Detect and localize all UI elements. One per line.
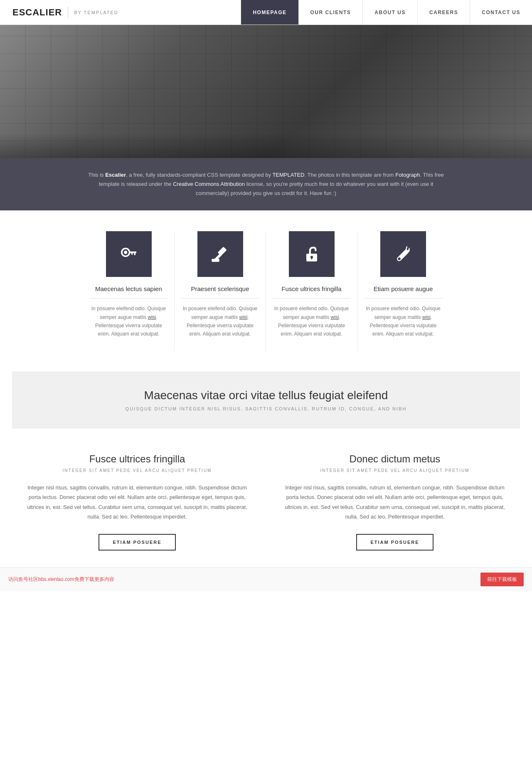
- col1-desc: Integer nisl risus, sagittis convallis, …: [21, 483, 254, 522]
- banner-title: Maecenas vitae orci vitae tellus feugiat…: [21, 389, 511, 402]
- svg-rect-2: [129, 252, 136, 253]
- feature-gavel-icon-box: [197, 231, 243, 277]
- feature-key-icon-box: [106, 231, 152, 277]
- intro-link-cc[interactable]: Creative Commons Attribution: [173, 181, 245, 187]
- brand-title: ESCALIER: [12, 7, 62, 18]
- col1-sub: INTEGER SIT AMET PEDE VEL ARCU ALIQUET P…: [63, 468, 212, 473]
- col2-desc: Integer nisl risus, sagittis convallis, …: [278, 483, 511, 522]
- col2-sub: INTEGER SIT AMET PEDE VEL ARCU ALIQUET P…: [320, 468, 470, 473]
- svg-rect-4: [131, 253, 133, 255]
- gavel-icon: [209, 243, 231, 265]
- footer-dl-button[interactable]: 前往下载模板: [480, 573, 524, 586]
- navbar: ESCALIER BY TEMPLATED HOMEPAGE OUR CLIEN…: [0, 0, 532, 25]
- svg-rect-10: [311, 257, 312, 259]
- banner-sub: QUISQUE DICTUM INTEGER NISL RISUS, SAGIT…: [21, 406, 511, 411]
- feature-lock-icon-box: [289, 231, 335, 277]
- feature-key-desc: In posuere eleifend odio. Quisque semper…: [89, 304, 168, 338]
- feature-gavel: Praesent scelerisque In posuere eleifend…: [175, 231, 266, 351]
- feature-lock-desc: In posuere eleifend odio. Quisque semper…: [272, 304, 351, 338]
- brand-sub: BY TEMPLATED: [74, 10, 118, 15]
- footer-watermark: 访问鱼号社区bbs.xienlao.com免费下载更多内容: [8, 576, 114, 583]
- col1-btn[interactable]: ETIAM POSUERE: [99, 534, 175, 551]
- col2-title: Donec dictum metus: [350, 453, 441, 465]
- intro-section: This is Escalier, a free, fully standard…: [0, 158, 532, 210]
- feature-gavel-desc: In posuere eleifend odio. Quisque semper…: [181, 304, 259, 338]
- intro-text: This is Escalier, a free, fully standard…: [83, 170, 449, 198]
- col-left: Fusce ultrices fringilla INTEGER SIT AME…: [21, 453, 254, 551]
- intro-link-fotograph[interactable]: Fotograph: [395, 172, 420, 178]
- lock-icon: [301, 243, 323, 265]
- intro-brand: Escalier: [105, 172, 126, 178]
- feature-wrench-desc: In posuere eleifend odio. Quisque semper…: [364, 304, 443, 338]
- brand: ESCALIER BY TEMPLATED: [0, 0, 131, 25]
- hero-section: [0, 25, 532, 158]
- brand-divider: [68, 7, 68, 18]
- feature-wrench-title: Etiam posuere augue: [364, 285, 443, 299]
- hero-background: [0, 25, 532, 158]
- wrench-icon: [392, 243, 414, 265]
- nav-homepage[interactable]: HOMEPAGE: [241, 0, 298, 25]
- feature-key: Maecenas lectus sapien In posuere eleife…: [83, 231, 175, 351]
- svg-point-11: [398, 258, 401, 260]
- svg-rect-3: [134, 253, 135, 255]
- feature-lock-title: Fusce ultrices fringilla: [272, 285, 351, 299]
- nav-our-clients[interactable]: OUR CLIENTS: [298, 0, 363, 25]
- footer: 访问鱼号社区bbs.xienlao.com免费下载更多内容 前往下载模板: [0, 567, 532, 591]
- banner-section: Maecenas vitae orci vitae tellus feugiat…: [12, 372, 520, 428]
- nav-careers[interactable]: CAREERS: [417, 0, 470, 25]
- feature-key-title: Maecenas lectus sapien: [89, 285, 168, 299]
- nav-about-us[interactable]: ABOUT US: [362, 0, 417, 25]
- feature-wrench-icon-box: [380, 231, 426, 277]
- feature-gavel-title: Praesent scelerisque: [181, 285, 259, 299]
- col1-title: Fusce ultrices fringilla: [89, 453, 185, 465]
- two-col-section: Fusce ultrices fringilla INTEGER SIT AME…: [0, 432, 532, 568]
- svg-rect-7: [212, 259, 219, 262]
- intro-link-templated[interactable]: TEMPLATED: [272, 172, 304, 178]
- col2-btn[interactable]: ETIAM POSUERE: [356, 534, 433, 551]
- key-icon: [118, 243, 140, 265]
- feature-wrench: Etiam posuere augue In posuere eleifend …: [357, 231, 449, 351]
- svg-point-1: [124, 251, 127, 254]
- nav-contact-us[interactable]: CONTACT US: [470, 0, 532, 25]
- col-right: Donec dictum metus INTEGER SIT AMET PEDE…: [278, 453, 511, 551]
- nav-links: HOMEPAGE OUR CLIENTS ABOUT US CAREERS CO…: [241, 0, 532, 25]
- feature-lock: Fusce ultrices fringilla In posuere elei…: [266, 231, 357, 351]
- features-section: Maecenas lectus sapien In posuere eleife…: [0, 210, 532, 368]
